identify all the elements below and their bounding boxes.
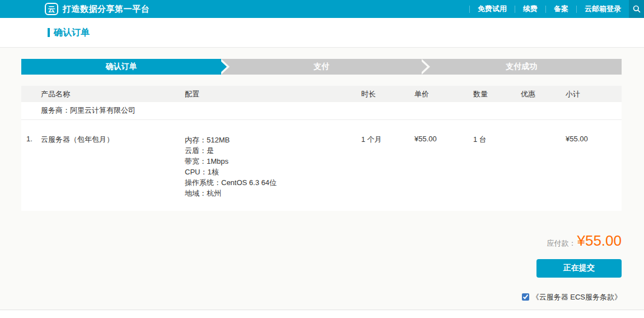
terms-link[interactable]: 《云服务器 ECS服务条款》 xyxy=(532,292,622,302)
config-bandwidth: 带宽：1Mbps xyxy=(185,156,361,167)
footer-strip xyxy=(0,310,644,318)
page-title: 确认订单 xyxy=(54,27,90,39)
main-content: 确认订单 支付 支付成功 产品名称 配置 时长 单价 数量 优惠 小计 服务商：… xyxy=(0,48,644,310)
nav-renew[interactable]: 续费 xyxy=(515,4,545,14)
step-label: 支付成功 xyxy=(506,62,537,72)
payment-summary: 应付款： ¥55.00 正在提交 《云服务器 ECS服务条款》 xyxy=(21,232,622,302)
config-os: 操作系统：CentOS 6.3 64位 xyxy=(185,177,361,188)
config-cpu: CPU：1核 xyxy=(185,167,361,177)
search-icon xyxy=(633,5,641,13)
config-region: 地域：杭州 xyxy=(185,188,361,199)
topnav: 免费试用 续费 备案 云邮箱登录 xyxy=(469,0,644,18)
step-pay-success: 支付成功 xyxy=(422,59,622,75)
nav-cloud-mail-login[interactable]: 云邮箱登录 xyxy=(577,4,629,14)
col-duration: 时长 xyxy=(361,86,414,102)
order-table: 产品名称 配置 时长 单价 数量 优惠 小计 服务商：阿里云计算有限公司 1. … xyxy=(21,86,622,211)
search-button[interactable] xyxy=(629,0,644,18)
config-memory: 内存：512MB xyxy=(185,135,361,145)
config-shield: 云盾：是 xyxy=(185,145,361,156)
item-index: 1. xyxy=(21,119,41,211)
payable-label: 应付款： xyxy=(547,238,576,248)
page-header: 确认订单 xyxy=(0,18,644,48)
step-confirm-order: 确认订单 xyxy=(21,59,221,75)
col-subtotal: 小计 xyxy=(566,86,622,102)
step-pay: 支付 xyxy=(221,59,421,75)
item-quantity: 1 台 xyxy=(473,119,521,211)
item-name: 云服务器（包年包月） xyxy=(41,119,185,211)
col-discount: 优惠 xyxy=(521,86,566,102)
topbar: 云 打造数据分享第一平台 免费试用 续费 备案 云邮箱登录 xyxy=(0,0,644,18)
table-header-row: 产品名称 配置 时长 单价 数量 优惠 小计 xyxy=(21,86,622,102)
payable-line: 应付款： ¥55.00 xyxy=(547,232,622,250)
payable-amount: ¥55.00 xyxy=(577,232,622,250)
title-accent-bar xyxy=(48,28,50,37)
terms-checkbox[interactable] xyxy=(522,293,529,301)
order-item-row: 1. 云服务器（包年包月） 内存：512MB 云盾：是 带宽：1Mbps CPU… xyxy=(21,119,622,211)
item-discount xyxy=(521,119,566,211)
submit-order-button[interactable]: 正在提交 xyxy=(536,259,622,278)
nav-free-trial[interactable]: 免费试用 xyxy=(470,4,515,14)
brand-slogan: 打造数据分享第一平台 xyxy=(63,4,150,15)
terms-line: 《云服务器 ECS服务条款》 xyxy=(522,292,622,302)
item-duration: 1 个月 xyxy=(361,119,414,211)
col-unit-price: 单价 xyxy=(414,86,473,102)
provider-label: 服务商：阿里云计算有限公司 xyxy=(21,102,622,119)
checkout-progress: 确认订单 支付 支付成功 xyxy=(21,59,622,75)
col-product-name: 产品名称 xyxy=(21,86,185,102)
step-label: 确认订单 xyxy=(106,62,137,72)
step-label: 支付 xyxy=(314,62,329,72)
provider-row: 服务商：阿里云计算有限公司 xyxy=(21,102,622,119)
item-config: 内存：512MB 云盾：是 带宽：1Mbps CPU：1核 操作系统：CentO… xyxy=(185,119,361,211)
cloud-logo-icon: 云 xyxy=(45,3,58,15)
item-unit-price: ¥55.00 xyxy=(414,119,473,211)
nav-icp-record[interactable]: 备案 xyxy=(546,4,576,14)
logo-glyph: 云 xyxy=(48,6,55,13)
item-subtotal: ¥55.00 xyxy=(566,119,622,211)
col-quantity: 数量 xyxy=(473,86,521,102)
col-config: 配置 xyxy=(185,86,361,102)
